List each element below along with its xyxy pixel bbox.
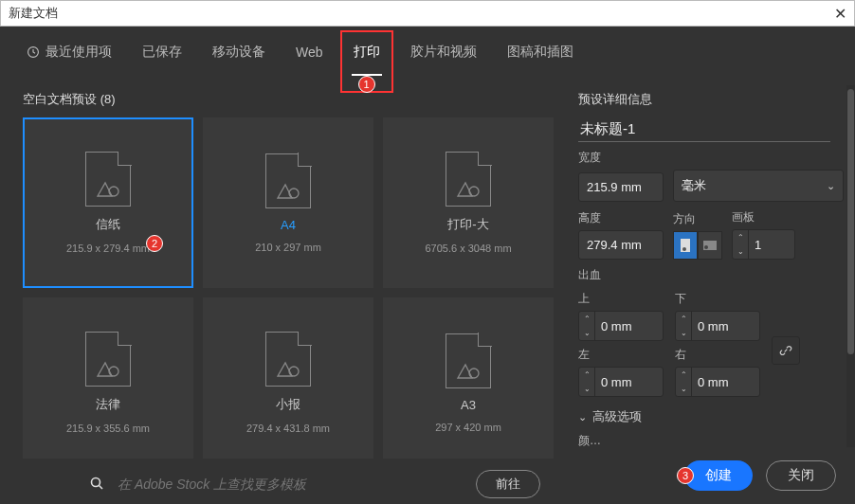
close-button[interactable]: 关闭 [766,460,836,491]
preset-card-4[interactable]: 小报279.4 x 431.8 mm [203,297,373,459]
window-title: 新建文档 [9,5,58,22]
artboard-count-input[interactable] [749,234,794,256]
svg-point-1 [109,187,118,196]
stock-search-row: 前往 [23,459,569,498]
tab-recent[interactable]: 最近使用项 [25,40,114,64]
bleed-bottom-label: 下 [675,291,760,307]
chevron-down-icon: ⌄ [827,180,835,192]
presets-pane: 空白文档预设 (8) 信纸215.9 x 279.4 mm2A4210 x 29… [0,85,569,504]
svg-point-4 [109,367,118,376]
height-input[interactable] [578,230,664,260]
artboard-label: 画板 [732,209,795,225]
svg-point-6 [469,369,479,378]
bleed-right-label: 右 [675,347,760,363]
category-tabs: 最近使用项 已保存 移动设备 Web 打印 1 胶片和视频 图稿和插图 [0,27,855,68]
preset-name: A3 [461,398,476,412]
orientation-landscape-button[interactable] [698,231,722,260]
width-input[interactable] [578,172,664,202]
portrait-icon [681,239,690,252]
tab-film[interactable]: 胶片和视频 [409,40,479,64]
document-name-input[interactable] [578,117,830,142]
document-icon [265,332,311,387]
details-heading: 预设详细信息 [578,91,844,108]
orientation-portrait-button[interactable] [673,231,698,260]
details-pane: 预设详细信息 宽度 毫米 ⌄ 高度 方向 [569,85,855,504]
bleed-bottom-field[interactable]: ⌃⌄ [675,311,760,341]
width-label: 宽度 [578,150,844,166]
titlebar: 新建文档 ✕ [0,0,855,27]
annotation-marker-2: 2 [146,235,163,252]
preset-card-2[interactable]: 打印-大6705.6 x 3048 mm [383,117,554,288]
bleed-top-label: 上 [578,291,664,307]
orientation-label: 方向 [673,211,722,227]
tab-saved[interactable]: 已保存 [140,40,184,64]
svg-point-5 [289,367,299,376]
preset-card-0[interactable]: 信纸215.9 x 279.4 mm2 [23,117,193,288]
bleed-left-label: 左 [578,347,664,363]
preset-card-1[interactable]: A4210 x 297 mm [203,117,373,288]
svg-point-2 [289,189,299,198]
details-scrollbar[interactable] [846,85,855,447]
preset-dimensions: 215.9 x 279.4 mm [66,243,150,254]
bleed-label: 出血 [578,267,844,283]
clock-icon [27,45,40,59]
tab-print[interactable]: 打印 1 [352,40,382,64]
preset-card-3[interactable]: 法律215.9 x 355.6 mm [23,297,193,459]
preset-dimensions: 297 x 420 mm [435,422,501,433]
artboard-count-field[interactable]: ⌃ ⌄ [732,229,795,260]
preset-name: 信纸 [96,216,120,233]
preset-name: 小报 [276,396,300,413]
svg-point-7 [92,477,100,486]
stock-search-input[interactable] [118,477,463,492]
artboard-step-up[interactable]: ⌃ [733,230,748,244]
annotation-marker-1: 1 [358,76,375,93]
svg-point-3 [469,187,479,196]
chevron-down-icon: ⌄ [578,411,587,423]
landscape-icon [703,241,717,250]
preset-dimensions: 279.4 x 431.8 mm [246,423,330,434]
tab-mobile[interactable]: 移动设备 [210,40,267,64]
bleed-top-field[interactable]: ⌃⌄ [578,311,664,341]
document-icon [265,153,311,208]
document-icon [446,152,491,207]
truncated-color-label: 颜… [578,433,844,449]
annotation-marker-3: 3 [677,467,694,484]
artboard-step-down[interactable]: ⌄ [733,244,748,259]
preset-name: 法律 [96,396,120,413]
document-icon [85,332,131,387]
preset-dimensions: 215.9 x 355.6 mm [66,423,150,434]
dialog-footer: 3 创建 关闭 [684,460,836,491]
unit-select[interactable]: 毫米 ⌄ [673,170,844,202]
bleed-left-field[interactable]: ⌃⌄ [578,367,664,397]
preset-card-5[interactable]: A3297 x 420 mm [383,297,554,459]
document-icon [446,333,491,388]
preset-dimensions: 6705.6 x 3048 mm [425,243,511,254]
preset-name: 打印-大 [447,216,488,233]
advanced-options-toggle[interactable]: ⌄ 高级选项 [578,408,844,425]
height-label: 高度 [578,210,664,226]
bleed-right-field[interactable]: ⌃⌄ [675,367,760,397]
preset-dimensions: 210 x 297 mm [255,242,321,253]
tab-art[interactable]: 图稿和插图 [505,40,575,64]
document-icon [85,152,131,207]
preset-name: A4 [281,218,296,232]
stock-go-button[interactable]: 前往 [476,470,540,498]
tab-recent-label: 最近使用项 [45,44,112,61]
close-icon[interactable]: ✕ [834,5,846,23]
link-bleed-button[interactable] [772,336,800,365]
tab-web[interactable]: Web [294,41,325,63]
link-icon [779,344,792,357]
presets-heading: 空白文档预设 (8) [23,91,569,108]
search-icon [89,476,104,494]
create-button[interactable]: 3 创建 [684,460,753,491]
